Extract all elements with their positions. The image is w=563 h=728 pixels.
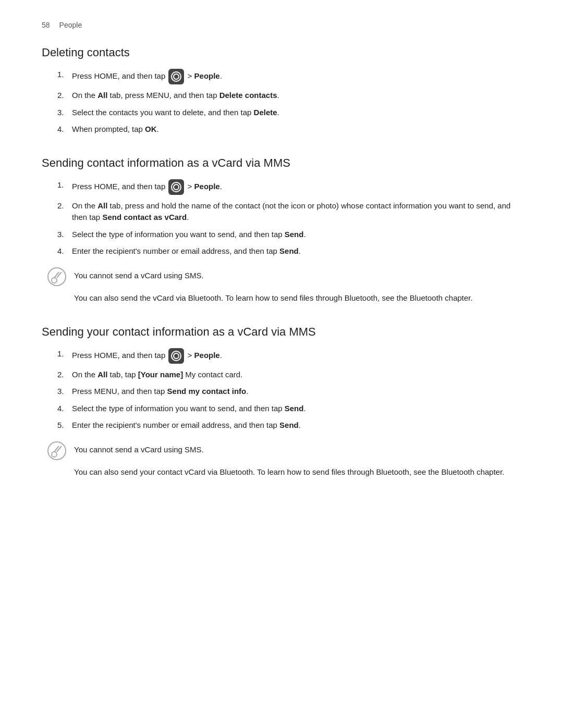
step-number: 4. bbox=[57, 124, 72, 135]
step-content: Enter the recipient's number or email ad… bbox=[72, 419, 521, 431]
section-title-sending-your-contact-vcard: Sending your contact information as a vC… bbox=[42, 325, 521, 339]
app-icon bbox=[168, 348, 184, 364]
section-sending-contact-vcard: Sending contact information as a vCard v… bbox=[42, 156, 521, 304]
svg-point-4 bbox=[48, 442, 66, 460]
bold-text: OK bbox=[145, 125, 157, 133]
svg-point-1 bbox=[52, 278, 57, 283]
bold-text: Send contact as vCard bbox=[102, 213, 187, 221]
step-content: Press HOME, and then tap > People. bbox=[72, 69, 521, 84]
step-item: 4. When prompted, tap OK. bbox=[57, 124, 521, 135]
step-number: 5. bbox=[57, 419, 72, 431]
bold-text: People bbox=[194, 350, 220, 359]
bold-text: People bbox=[194, 181, 220, 190]
step-number: 1. bbox=[57, 348, 72, 360]
bold-text: Delete contacts bbox=[219, 91, 277, 100]
section-deleting-contacts: Deleting contacts 1. Press HOME, and the… bbox=[42, 46, 521, 135]
step-content: Press HOME, and then tap > People. bbox=[72, 348, 521, 364]
step-number: 1. bbox=[57, 179, 72, 191]
section-title-sending-contact-vcard: Sending contact information as a vCard v… bbox=[42, 156, 521, 170]
step-item: 1. Press HOME, and then tap > People. bbox=[57, 69, 521, 84]
step-content: On the All tab, press MENU, and then tap… bbox=[72, 90, 521, 102]
step-number: 2. bbox=[57, 200, 72, 212]
deleting-steps-list: 1. Press HOME, and then tap > People. 2.… bbox=[57, 69, 521, 135]
note-block-2: You cannot send a vCard using SMS. bbox=[42, 441, 521, 461]
note-block-1: You cannot send a vCard using SMS. bbox=[42, 267, 521, 287]
step-item: 2. On the All tab, press MENU, and then … bbox=[57, 90, 521, 102]
step-number: 3. bbox=[57, 386, 72, 398]
step-content: Select the type of information you want … bbox=[72, 229, 521, 241]
bold-text: Send bbox=[285, 230, 304, 239]
bold-text: Send bbox=[279, 246, 299, 255]
step-number: 4. bbox=[57, 245, 72, 257]
section-sending-your-contact-vcard: Sending your contact information as a vC… bbox=[42, 325, 521, 478]
sending-vcard-steps-list: 1. Press HOME, and then tap > People. 2.… bbox=[57, 179, 521, 257]
step-item: 2. On the All tab, press and hold the na… bbox=[57, 200, 521, 224]
info-text-2: You can also send your contact vCard via… bbox=[47, 466, 521, 478]
step-number: 1. bbox=[57, 69, 72, 81]
step-number: 4. bbox=[57, 403, 72, 415]
step-content: On the All tab, tap [Your name] My conta… bbox=[72, 369, 521, 381]
step-number: 3. bbox=[57, 107, 72, 119]
step-item: 5. Enter the recipient's number or email… bbox=[57, 419, 521, 431]
step-number: 2. bbox=[57, 90, 72, 102]
step-content: Select the contacts you want to delete, … bbox=[72, 107, 521, 119]
step-item: 3. Select the type of information you wa… bbox=[57, 229, 521, 241]
bold-text: People bbox=[194, 71, 220, 80]
step-content: Enter the recipient's number or email ad… bbox=[72, 245, 521, 257]
page-header: 58 People bbox=[42, 21, 521, 29]
bold-text: All bbox=[97, 370, 107, 379]
info-text-1: You can also send the vCard via Bluetoot… bbox=[47, 292, 521, 304]
app-icon bbox=[168, 179, 184, 195]
page-title-header: People bbox=[59, 21, 82, 29]
bold-text: Send bbox=[285, 404, 304, 413]
page-number: 58 bbox=[42, 21, 50, 29]
step-number: 3. bbox=[57, 229, 72, 241]
app-icon bbox=[168, 69, 184, 84]
svg-line-3 bbox=[54, 272, 59, 278]
bold-text: Send bbox=[279, 421, 299, 429]
step-content: Press HOME, and then tap > People. bbox=[72, 179, 521, 195]
note-icon-2 bbox=[47, 441, 67, 461]
step-item: 1. Press HOME, and then tap > People. bbox=[57, 348, 521, 364]
step-number: 2. bbox=[57, 369, 72, 381]
svg-line-7 bbox=[54, 446, 59, 452]
step-item: 2. On the All tab, tap [Your name] My co… bbox=[57, 369, 521, 381]
bold-text: [Your name] bbox=[138, 370, 183, 379]
step-item: 4. Enter the recipient's number or email… bbox=[57, 245, 521, 257]
step-content: Press MENU, and then tap Send my contact… bbox=[72, 386, 521, 398]
step-item: 1. Press HOME, and then tap > People. bbox=[57, 179, 521, 195]
bold-text: Send my contact info bbox=[167, 387, 247, 396]
step-item: 4. Select the type of information you wa… bbox=[57, 403, 521, 415]
sending-your-vcard-steps-list: 1. Press HOME, and then tap > People. 2.… bbox=[57, 348, 521, 431]
step-content: When prompted, tap OK. bbox=[72, 124, 521, 135]
step-content: Select the type of information you want … bbox=[72, 403, 521, 415]
step-item: 3. Press MENU, and then tap Send my cont… bbox=[57, 386, 521, 398]
step-content: On the All tab, press and hold the name … bbox=[72, 200, 521, 224]
bold-text: Delete bbox=[254, 108, 277, 117]
svg-line-2 bbox=[57, 272, 62, 278]
note-text-2: You cannot send a vCard using SMS. bbox=[74, 441, 204, 456]
note-icon-1 bbox=[47, 267, 67, 287]
bold-text: All bbox=[97, 91, 107, 100]
step-item: 3. Select the contacts you want to delet… bbox=[57, 107, 521, 119]
svg-point-0 bbox=[48, 268, 66, 286]
note-text-1: You cannot send a vCard using SMS. bbox=[74, 267, 204, 282]
section-title-deleting-contacts: Deleting contacts bbox=[42, 46, 521, 59]
svg-line-6 bbox=[57, 446, 62, 452]
bold-text: All bbox=[97, 201, 107, 210]
svg-point-5 bbox=[52, 452, 57, 457]
